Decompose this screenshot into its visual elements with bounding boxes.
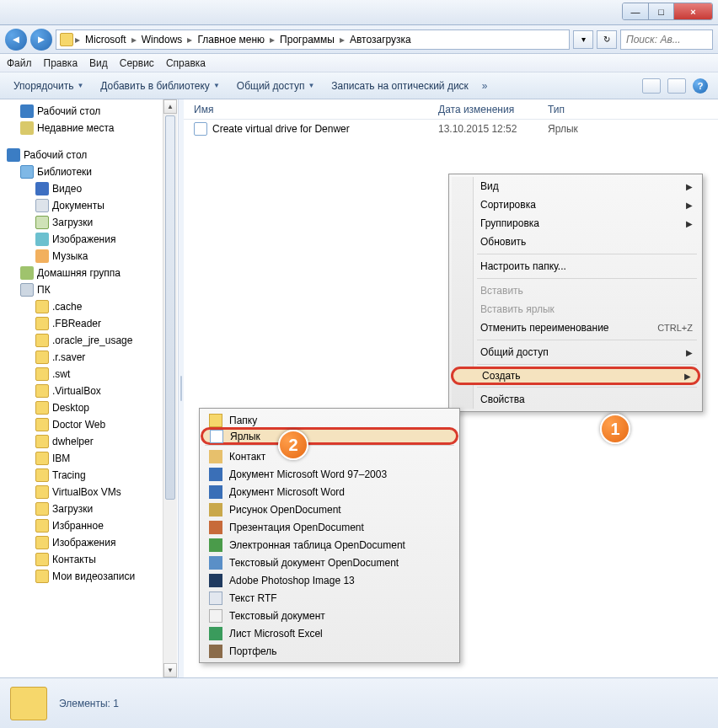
navigation-tree[interactable]: Рабочий стол Недавние места Рабочий стол… xyxy=(0,99,179,677)
menu-help[interactable]: Справка xyxy=(166,57,206,69)
tree-item-homegroup[interactable]: Домашняя группа xyxy=(0,265,178,281)
address-bar: ◄ ► ▸ Microsoft ▸ Windows ▸ Главное меню… xyxy=(0,25,718,54)
chevron-right-icon: ▶ xyxy=(686,182,693,191)
sub-ods[interactable]: Электронная таблица OpenDocument xyxy=(202,536,457,554)
breadcrumb[interactable]: ▸ Microsoft ▸ Windows ▸ Главное меню ▸ П… xyxy=(56,29,570,50)
tree-item-folder[interactable]: .swt xyxy=(0,366,178,383)
tree-item-images[interactable]: Изображения xyxy=(0,231,178,248)
column-type[interactable]: Тип xyxy=(548,104,615,115)
breadcrumb-item[interactable]: Windows xyxy=(138,34,186,46)
breadcrumb-item[interactable]: Главное меню xyxy=(194,34,268,46)
tree-item-video[interactable]: Видео xyxy=(0,180,178,197)
tree-item-folder[interactable]: Избранное xyxy=(0,517,178,534)
tree-item-folder[interactable]: VirtualBox VMs xyxy=(0,484,178,500)
tree-scrollbar[interactable]: ▲ ▼ xyxy=(163,99,177,677)
sub-txt[interactable]: Текстовый документ xyxy=(202,607,457,624)
minimize-button[interactable]: — xyxy=(623,3,648,19)
sub-rtf[interactable]: Текст RTF xyxy=(202,589,457,607)
column-name[interactable]: Имя xyxy=(194,104,438,115)
scroll-down-button[interactable]: ▼ xyxy=(163,663,177,677)
burn-button[interactable]: Записать на оптический диск xyxy=(323,76,477,96)
view-options-button[interactable] xyxy=(642,78,661,94)
window-titlebar: — □ × xyxy=(0,0,718,25)
folder-icon xyxy=(35,485,49,499)
breadcrumb-item[interactable]: Автозагрузка xyxy=(346,34,415,46)
dropdown-button[interactable]: ▾ xyxy=(573,30,593,49)
sub-psd[interactable]: Adobe Photoshop Image 13 xyxy=(202,571,457,589)
menu-file[interactable]: Файл xyxy=(7,57,32,69)
menu-view[interactable]: Вид xyxy=(89,57,108,69)
tree-item-folder[interactable]: .FBReader xyxy=(0,315,178,332)
file-item[interactable]: Create virtual drive for Denwer 13.10.20… xyxy=(184,120,718,138)
tree-item-pc[interactable]: ПК xyxy=(0,281,178,298)
sub-word[interactable]: Документ Microsoft Word xyxy=(202,483,457,500)
breadcrumb-item[interactable]: Microsoft xyxy=(82,34,130,46)
ctx-group[interactable]: Группировка▶ xyxy=(452,214,699,233)
tree-item-documents[interactable]: Документы xyxy=(0,197,178,214)
sub-odg[interactable]: Рисунок OpenDocument xyxy=(202,500,457,518)
tree-item-folder[interactable]: .cache xyxy=(0,298,178,315)
separator xyxy=(477,387,697,388)
scrollbar-thumb[interactable] xyxy=(165,115,175,500)
tree-item-folder[interactable]: Tracing xyxy=(0,467,178,484)
ctx-properties[interactable]: Свойства xyxy=(452,390,699,409)
excel-icon xyxy=(209,627,222,640)
menu-tools[interactable]: Сервис xyxy=(120,57,154,69)
ctx-share[interactable]: Общий доступ▶ xyxy=(452,343,699,361)
ctx-refresh[interactable]: Обновить xyxy=(452,233,699,251)
ctx-view[interactable]: Вид▶ xyxy=(452,177,699,195)
sub-contact[interactable]: Контакт xyxy=(202,447,457,465)
close-button[interactable]: × xyxy=(673,3,712,19)
tree-item-folder[interactable]: Изображения xyxy=(0,534,178,551)
tree-item-desktop[interactable]: Рабочий стол xyxy=(0,103,178,120)
folder-icon xyxy=(35,418,49,431)
breadcrumb-item[interactable]: Программы xyxy=(276,34,338,46)
sub-folder[interactable]: Папку xyxy=(202,411,457,429)
refresh-button[interactable]: ↻ xyxy=(597,30,617,49)
tree-item-folder[interactable]: Контакты xyxy=(0,551,178,568)
tree-item-folder[interactable]: .oracle_jre_usage xyxy=(0,332,178,349)
ctx-undo-rename[interactable]: Отменить переименованиеCTRL+Z xyxy=(452,318,699,337)
ctx-customize-folder[interactable]: Настроить папку... xyxy=(452,257,699,276)
organize-button[interactable]: Упорядочить▼ xyxy=(5,76,92,96)
help-icon[interactable]: ? xyxy=(693,78,708,94)
sub-odp[interactable]: Презентация OpenDocument xyxy=(202,518,457,536)
back-button[interactable]: ◄ xyxy=(5,29,27,51)
tree-item-folder[interactable]: .VirtualBox xyxy=(0,383,178,399)
tree-item-recent[interactable]: Недавние места xyxy=(0,120,178,136)
sub-word-97[interactable]: Документ Microsoft Word 97–2003 xyxy=(202,465,457,483)
tree-item-desktop-root[interactable]: Рабочий стол xyxy=(0,147,178,163)
column-date[interactable]: Дата изменения xyxy=(438,104,548,115)
tree-item-folder[interactable]: dwhelper xyxy=(0,433,178,450)
sub-odt[interactable]: Текстовый документ OpenDocument xyxy=(202,554,457,571)
scroll-up-button[interactable]: ▲ xyxy=(163,99,177,114)
tree-item-folder[interactable]: .r.saver xyxy=(0,349,178,366)
tree-item-folder[interactable]: Загрузки xyxy=(0,500,178,517)
sub-xls[interactable]: Лист Microsoft Excel xyxy=(202,624,457,642)
tree-item-folder[interactable]: Desktop xyxy=(0,399,178,416)
search-input[interactable] xyxy=(620,29,713,50)
menu-bar: Файл Правка Вид Сервис Справка xyxy=(0,54,718,72)
maximize-button[interactable]: □ xyxy=(648,3,673,19)
shortcut-label: CTRL+Z xyxy=(657,323,693,333)
ctx-create[interactable]: Создать▶ xyxy=(451,367,700,385)
share-button[interactable]: Общий доступ▼ xyxy=(228,76,324,96)
tree-item-music[interactable]: Музыка xyxy=(0,248,178,265)
menu-edit[interactable]: Правка xyxy=(44,57,78,69)
sub-shortcut[interactable]: Ярлык xyxy=(201,427,458,445)
tree-item-downloads[interactable]: Загрузки xyxy=(0,214,178,231)
tree-item-folder[interactable]: IBM xyxy=(0,450,178,467)
tree-item-libraries[interactable]: Библиотеки xyxy=(0,163,178,180)
overflow-button[interactable]: » xyxy=(477,80,493,92)
chevron-down-icon: ▼ xyxy=(77,82,83,89)
ctx-sort[interactable]: Сортировка▶ xyxy=(452,195,699,214)
ctx-paste-shortcut: Вставить ярлык xyxy=(452,300,699,318)
window-controls: — □ × xyxy=(622,3,713,20)
forward-button[interactable]: ► xyxy=(30,29,52,51)
sub-briefcase[interactable]: Портфель xyxy=(202,642,457,660)
separator xyxy=(477,364,697,365)
add-to-library-button[interactable]: Добавить в библиотеку▼ xyxy=(92,76,228,96)
preview-pane-button[interactable] xyxy=(667,78,686,94)
tree-item-folder[interactable]: Мои видеозаписи xyxy=(0,568,178,585)
tree-item-folder[interactable]: Doctor Web xyxy=(0,416,178,433)
